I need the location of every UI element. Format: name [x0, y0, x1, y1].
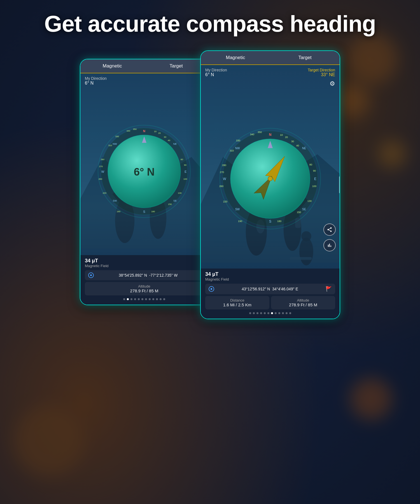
svg-text:90: 90	[184, 164, 186, 166]
action-buttons	[323, 223, 336, 251]
svg-text:280: 280	[222, 164, 226, 167]
dot-7	[149, 298, 151, 300]
dot-2	[130, 298, 132, 300]
svg-text:80: 80	[181, 158, 183, 161]
svg-text:130: 130	[178, 192, 182, 194]
tab-target-right[interactable]: Target	[270, 51, 340, 65]
altitude-row-right: Altitude 278.9 Ft / 85 M	[271, 296, 335, 309]
rdot-4	[264, 312, 266, 314]
svg-text:330: 330	[115, 135, 119, 138]
svg-text:270: 270	[220, 171, 224, 174]
svg-text:310: 310	[108, 144, 112, 147]
svg-text:SW: SW	[235, 208, 240, 211]
svg-text:20: 20	[158, 132, 161, 134]
svg-text:270: 270	[99, 165, 103, 168]
gps-icon-left	[88, 272, 94, 278]
svg-text:190: 190	[117, 210, 121, 213]
rdot-7	[275, 312, 277, 314]
chart-icon	[327, 242, 332, 248]
page-heading: Get accurate compass heading	[44, 11, 376, 36]
rdot-5	[267, 312, 269, 314]
dot-1	[127, 298, 129, 300]
dot-6	[145, 298, 147, 300]
phone-left: Magnetic Target My Direction 6° N	[80, 59, 209, 305]
rdot-9	[282, 312, 284, 314]
scroll-indicator-right	[339, 176, 340, 193]
dot-3	[134, 298, 136, 300]
svg-text:150: 150	[297, 211, 301, 214]
tab-magnetic-left[interactable]: Magnetic	[80, 59, 144, 73]
distance-altitude-row: Distance 1.6 Mi / 2.5 Km Altitude 278.9 …	[205, 296, 335, 309]
svg-text:NE: NE	[173, 143, 177, 145]
svg-text:NE: NE	[302, 147, 306, 150]
svg-text:280: 280	[101, 158, 105, 161]
tab-magnetic-right[interactable]: Magnetic	[201, 51, 270, 64]
share-button[interactable]	[323, 223, 336, 236]
svg-text:NW: NW	[113, 143, 117, 145]
svg-text:N: N	[143, 129, 145, 133]
svg-text:SE: SE	[302, 208, 306, 211]
tab-target-left[interactable]: Target	[144, 59, 208, 73]
svg-text:180: 180	[277, 220, 281, 223]
direction-info-right: My Direction 6° N Target Direction 33° N…	[201, 65, 340, 79]
svg-text:220: 220	[223, 200, 227, 203]
rdot-10	[286, 312, 288, 314]
compass-area-left: N NE E SE S SW W NW 10 20 30 4	[80, 87, 208, 255]
target-direction-right: Target Direction 33° NE	[308, 68, 335, 77]
dot-4	[138, 298, 140, 300]
rdot-0	[249, 312, 251, 314]
svg-text:W: W	[101, 170, 104, 173]
bottom-stats-right: 34 μT Magnetic Field 43°12'56.912" N 34°…	[201, 269, 340, 319]
svg-text:100: 100	[312, 185, 316, 188]
dots-row-left	[85, 295, 204, 302]
coords-text-left: 38°54'25.892" N -77°2'12.735" W	[96, 273, 200, 277]
svg-text:40: 40	[296, 144, 299, 147]
svg-text:340: 340	[250, 133, 254, 136]
rdot-6	[271, 312, 273, 314]
dot-0	[123, 298, 125, 300]
compass-container-right: N NE E SE S SW W NW 10 20 30 4	[218, 127, 322, 230]
svg-text:10: 10	[154, 130, 157, 133]
svg-text:6° N: 6° N	[134, 166, 155, 178]
svg-text:220: 220	[103, 192, 107, 194]
phone-right: Magnetic Target My Direction 6° N Target…	[200, 50, 340, 319]
svg-text:330: 330	[236, 139, 240, 142]
distance-row: Distance 1.6 Mi / 2.5 Km	[205, 296, 269, 309]
svg-text:350: 350	[258, 131, 262, 134]
target-flag-icon[interactable]: 🚩	[326, 286, 332, 292]
dot-5	[141, 298, 143, 300]
dot-10	[160, 298, 162, 300]
gear-icon[interactable]: ⚙	[330, 80, 335, 87]
svg-text:150: 150	[168, 203, 172, 206]
main-content: Get accurate compass heading	[0, 0, 420, 504]
dot-9	[156, 298, 158, 300]
my-direction-right: My Direction 6° N	[205, 68, 227, 77]
coords-text-right: 43°12'56.912" N 34°4'46.049" E	[216, 287, 323, 291]
share-icon	[327, 227, 332, 232]
coords-row-right: 43°12'56.912" N 34°4'46.049" E 🚩	[205, 284, 335, 294]
svg-text:N: N	[269, 133, 272, 137]
rdot-8	[278, 312, 280, 314]
rdot-11	[289, 312, 291, 314]
svg-text:NW: NW	[235, 147, 240, 150]
altitude-row-left: Altitude 278.9 Ft / 85 M	[85, 282, 204, 295]
svg-text:SE: SE	[173, 199, 177, 202]
svg-text:90: 90	[313, 169, 316, 172]
svg-text:E: E	[314, 177, 316, 181]
svg-text:130: 130	[307, 200, 312, 202]
svg-text:20: 20	[285, 136, 288, 139]
bottom-stats-left: 34 μT Magnetic Field 38°54'25.892" N -77…	[80, 255, 208, 305]
dot-11	[163, 298, 165, 300]
svg-text:S: S	[269, 220, 271, 223]
chart-button[interactable]	[323, 239, 336, 251]
svg-text:260: 260	[99, 178, 102, 180]
gps-icon-right	[209, 286, 214, 292]
svg-text:SW: SW	[113, 199, 117, 202]
svg-text:80: 80	[309, 163, 312, 166]
dots-row-right	[205, 309, 335, 316]
compass-svg-left: N NE E SE S SW W NW 10 20 30 4	[97, 124, 192, 219]
rdot-3	[260, 312, 262, 314]
tab-bar-left: Magnetic Target	[80, 59, 208, 73]
svg-text:40: 40	[168, 139, 170, 142]
gear-row: ⚙	[201, 79, 340, 88]
